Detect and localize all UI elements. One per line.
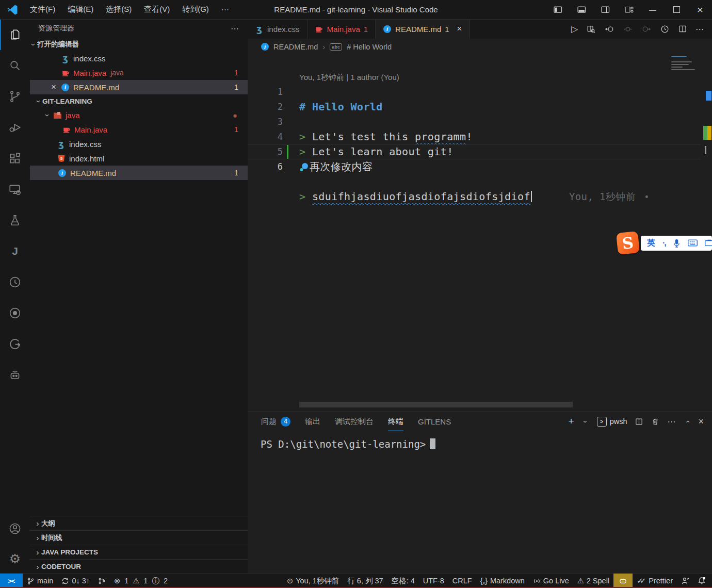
problems-status-item[interactable]: ⊗1 ⚠1 ⓘ2: [110, 574, 173, 588]
tab-main-java[interactable]: Main.java 1: [308, 19, 376, 39]
eol-item[interactable]: CRLF: [448, 574, 476, 588]
code-line-6[interactable]: 6 > sduifhjasdiuofjasdiofajsdiofsjdiofYo…: [248, 144, 712, 159]
tree-file-readme-md[interactable]: i README.md 1: [30, 166, 248, 180]
blame-codelens[interactable]: You, 1秒钟前 | 1 author (You): [248, 55, 712, 70]
tab-readme-md[interactable]: i README.md 1 ×: [376, 19, 470, 39]
new-terminal-icon[interactable]: +: [569, 416, 574, 427]
tree-file-index-css[interactable]: ʒ index.css: [30, 137, 248, 151]
remote-explorer-icon[interactable]: [0, 174, 30, 205]
sync-changes-item[interactable]: 0↓ 3↑: [57, 574, 94, 588]
close-editor-icon[interactable]: ×: [48, 82, 59, 92]
section-timeline[interactable]: › 时间线: [30, 530, 248, 545]
settings-gear-icon[interactable]: ⚙: [0, 544, 30, 574]
panel-tab-output[interactable]: 输出: [305, 412, 320, 431]
code-line-3[interactable]: 3 > Let's test this programm!: [248, 100, 712, 115]
account-icon[interactable]: [0, 514, 30, 544]
project-root-section[interactable]: › GIT-LEARNING: [30, 94, 248, 108]
source-control-icon[interactable]: [0, 81, 30, 112]
open-editors-section[interactable]: › 打开的编辑器: [30, 38, 248, 51]
testing-flask-icon[interactable]: [0, 205, 30, 236]
open-editor-index-css[interactable]: ʒ index.css: [30, 51, 248, 66]
feedback-item[interactable]: [677, 574, 693, 588]
panel-tab-problems[interactable]: 问题 4: [261, 412, 290, 431]
gitlens-compare-item[interactable]: [94, 574, 110, 588]
close-window-button[interactable]: ×: [688, 0, 712, 19]
explorer-icon[interactable]: [0, 19, 30, 50]
toggle-panel-icon[interactable]: [570, 0, 593, 19]
open-editor-readme-md[interactable]: × i README.md 1: [30, 80, 248, 94]
section-outline[interactable]: › 大纲: [30, 516, 248, 530]
spell-checker-item[interactable]: ⚠ 2 Spell: [573, 574, 613, 588]
close-tab-icon[interactable]: ×: [457, 24, 462, 34]
go-live-item[interactable]: Go Live: [529, 574, 573, 588]
git-graph-icon[interactable]: [0, 329, 30, 360]
terminal-dropdown-icon[interactable]: ›: [581, 418, 590, 425]
cursor-position-item[interactable]: 行 6, 列 37: [343, 574, 387, 588]
customize-layout-icon[interactable]: [617, 0, 641, 19]
menu-go[interactable]: 转到(G): [176, 5, 215, 14]
search-icon[interactable]: [0, 50, 30, 81]
close-panel-icon[interactable]: ×: [698, 416, 704, 427]
notifications-item[interactable]: [693, 574, 712, 588]
blame-status-item[interactable]: ⊙ You, 1秒钟前: [283, 574, 343, 588]
gitlens-file-history-icon[interactable]: [660, 24, 670, 34]
minimize-button[interactable]: —: [641, 0, 665, 19]
tree-file-index-html[interactable]: 5 index.html: [30, 151, 248, 166]
java-projects-icon[interactable]: J: [0, 236, 30, 267]
sogou-logo-icon[interactable]: S: [616, 231, 640, 255]
code-line-4[interactable]: 4 > Let's learn about git!: [248, 115, 712, 129]
ime-language-mode-button[interactable]: 英: [647, 238, 655, 249]
section-codetour[interactable]: › CODETOUR: [30, 559, 248, 574]
explorer-more-actions-icon[interactable]: ⋯: [231, 24, 239, 34]
section-java-projects[interactable]: › JAVA PROJECTS: [30, 545, 248, 559]
tree-folder-java[interactable]: › java ●: [30, 108, 248, 122]
run-debug-icon[interactable]: [0, 112, 30, 143]
split-editor-icon[interactable]: [678, 24, 687, 34]
extensions-icon[interactable]: [0, 143, 30, 174]
panel-tab-terminal[interactable]: 终端: [388, 412, 403, 431]
tree-file-main-java[interactable]: Main.java 1: [30, 122, 248, 137]
gitlens-icon[interactable]: [0, 267, 30, 298]
breadcrumb-symbol[interactable]: # Hello World: [347, 43, 392, 51]
previous-change-icon[interactable]: [623, 24, 633, 34]
panel-tab-debug-console[interactable]: 调试控制台: [335, 412, 374, 431]
prettier-item[interactable]: ✓✓ Prettier: [633, 574, 677, 588]
copilot-chat-icon[interactable]: [0, 360, 30, 390]
toggle-sidebar-icon[interactable]: [546, 0, 570, 19]
next-change-icon[interactable]: [641, 24, 652, 34]
breadcrumb-file[interactable]: README.md: [273, 43, 318, 51]
terminal[interactable]: PS D:\git\note\git-learning>: [248, 431, 712, 450]
maximize-button[interactable]: [665, 0, 688, 19]
menu-view[interactable]: 查看(V): [138, 5, 176, 14]
menu-file[interactable]: 文件(F): [24, 5, 61, 14]
ime-punctuation-button[interactable]: ·,: [662, 238, 666, 248]
open-editor-main-java[interactable]: Main.java java 1: [30, 66, 248, 80]
horizontal-scrollbar[interactable]: [299, 402, 573, 407]
run-file-icon[interactable]: ▷: [571, 24, 578, 35]
tab-index-css[interactable]: ʒ index.css: [248, 19, 308, 39]
split-terminal-icon[interactable]: [635, 417, 643, 426]
copilot-status-item[interactable]: [613, 574, 633, 588]
remote-indicator[interactable]: ><: [0, 574, 23, 588]
git-branch-item[interactable]: main: [23, 574, 57, 588]
toggle-secondary-sidebar-icon[interactable]: [593, 0, 617, 19]
terminal-shell-item[interactable]: > pwsh: [597, 417, 627, 427]
code-line-1[interactable]: 1 # Hello World: [248, 70, 712, 85]
ime-toolbox-icon[interactable]: [705, 239, 712, 247]
menu-selection[interactable]: 选择(S): [100, 5, 138, 14]
live-server-icon[interactable]: [0, 298, 30, 329]
indentation-item[interactable]: 空格: 4: [387, 574, 419, 588]
more-actions-icon[interactable]: ⋯: [695, 24, 704, 34]
code-line-5[interactable]: 5 再次修改内容: [248, 129, 712, 144]
markdown-preview-icon[interactable]: [586, 24, 596, 34]
ime-mic-icon[interactable]: [673, 239, 681, 248]
code-line-2[interactable]: 2: [248, 85, 712, 100]
panel-tab-gitlens[interactable]: GITLENS: [418, 412, 451, 431]
language-mode-item[interactable]: {x} Markdown: [476, 574, 529, 588]
menu-more[interactable]: ⋯: [215, 5, 235, 14]
menu-edit[interactable]: 编辑(E): [61, 5, 100, 14]
more-actions-icon[interactable]: ⋯: [667, 417, 675, 427]
encoding-item[interactable]: UTF-8: [419, 574, 448, 588]
ime-keyboard-icon[interactable]: [688, 239, 698, 247]
kill-terminal-trash-icon[interactable]: [651, 417, 659, 426]
